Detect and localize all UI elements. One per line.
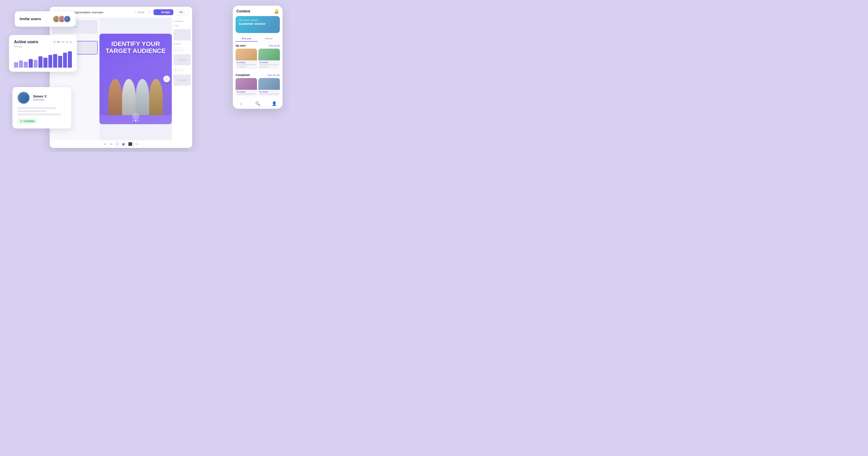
star-icon[interactable]: ☆ [135,142,138,146]
next-slide-button[interactable]: › [163,76,170,82]
profile-top: Simon Y. Overview [18,92,66,104]
filter-1d[interactable]: 1d [53,41,56,43]
bar-chart [14,50,72,68]
slide-dots [132,120,139,121]
completed-grid: ▶ COURSE ▶ COURSE [233,78,283,98]
mobile-view-icon[interactable]: ☐ [116,142,119,146]
completed-name-1 [237,93,256,94]
right-panel: Scrolling m... TITLE Content ∧ ∨ CONTENT… [172,18,192,140]
dot-2 [135,120,136,121]
tab-for-you[interactable]: For you [236,36,258,41]
average-label: Average [14,45,72,48]
bar-12 [68,51,72,68]
slide-people [99,65,172,115]
content-block-2[interactable]: CONTENT [174,75,191,86]
content-up-1[interactable]: ∧ [174,47,178,52]
course-card-1[interactable]: ▶ COURSE 12 Lessons [236,49,257,69]
bar-1 [14,62,18,68]
course-thumb-1 [236,49,257,60]
content-up-2[interactable]: ∧ [174,68,178,72]
bar-2 [19,60,23,68]
tablet-view-icon[interactable]: ▣ [122,142,125,146]
completed-card-2[interactable]: ▶ COURSE [258,78,280,96]
certified-badge: ✔ Certified [18,118,37,124]
filter-5y[interactable]: 5y [69,41,72,43]
featured-label: FEATURED COURSE [239,19,277,21]
course-info-1: ▶ COURSE 12 Lessons [236,60,257,69]
bell-icon[interactable]: 🔔 [274,9,279,14]
more-button[interactable]: ⋮ [147,10,151,15]
nav-home[interactable]: ⌂ [233,101,249,106]
completed-type-1: ▶ COURSE [237,91,256,93]
mobile-header: Content 🔔 [233,6,283,16]
profile-lines [18,107,66,115]
completed-type-2: ▶ COURSE [260,91,278,93]
mobile-nav: ⌂ 🔍 👤 [233,98,283,109]
scroll-down-button[interactable]: ⌄ [132,113,139,120]
bar-5 [34,60,38,68]
avatar-3 [64,16,71,23]
title-label: TITLE [174,25,191,27]
certified-icon: ✔ [20,120,22,123]
view-all-up-next[interactable]: View all (8) [269,45,280,47]
course-info-2: ▶ COURSE 8 Lessons [258,60,280,69]
invite-title: Invite users [20,17,41,21]
course-card-2[interactable]: ▶ COURSE 8 Lessons [258,49,280,69]
content-down-1[interactable]: ∨ [179,47,183,52]
person-1 [108,79,122,115]
title-block[interactable] [174,29,191,40]
nav-profile[interactable]: 👤 [266,101,283,106]
filter-1m[interactable]: 1m [61,41,64,43]
course-type-1: ▶ COURSE [237,61,256,63]
course-name-2 [260,64,278,65]
bar-9 [53,54,57,68]
undo-icon[interactable]: ↩ [103,142,106,146]
up-next-grid: ▶ COURSE 12 Lessons ▶ COURSE 8 Lessons [233,49,283,71]
desktop-view-icon[interactable]: ⬛ [128,142,132,146]
bar-10 [58,56,62,68]
dot-1 [132,120,134,121]
people-row [108,79,163,115]
active-users-title: Active users [14,39,38,44]
profile-info: Simon Y. Overview [33,94,47,101]
content-block-1[interactable]: CONTENT [174,54,191,65]
completed-info-1: ▶ COURSE [236,90,257,96]
mobile-title: Content [237,9,250,13]
redo-icon[interactable]: ↪ [110,142,113,146]
course-lessons-1: 12 Lessons [237,66,256,68]
completed-label: Completed [236,74,250,77]
completed-info-2: ▶ COURSE [258,90,280,96]
slide-headline: IDENTIFY YOUR TARGET AUDIENCE [101,40,170,55]
tab-library[interactable]: Library [258,36,280,41]
certified-label: Certified [24,120,35,123]
course-lessons-2: 8 Lessons [260,66,278,68]
filter-1y[interactable]: 1y [66,41,68,43]
course-thumb-2 [258,49,280,60]
featured-banner: FEATURED COURSE Customer service [236,16,280,33]
active-users-header: Active users 1d 1w 1m 1y 5y [14,39,72,44]
content-down-2[interactable]: ∨ [179,68,183,72]
view-all-completed[interactable]: View all (10) [268,74,280,77]
bar-7 [43,58,48,68]
dot-3 [137,120,139,121]
bar-4 [29,59,33,68]
completed-header: Completed View all (10) [233,71,283,78]
editor-toolbar: ↩ ↪ ☐ ▣ ⬛ ☆ [50,140,192,148]
bar-3 [24,62,28,68]
up-next-header: Up next View all (8) [233,42,283,49]
completed-card-1[interactable]: ▶ COURSE [236,78,257,96]
mobile-panel: Content 🔔 FEATURED COURSE Customer servi… [233,6,283,109]
tabs-row: For you Library [236,36,280,42]
course-name-1 [237,64,256,65]
bar-6 [38,56,42,68]
review-button[interactable]: Re... [176,9,188,16]
filter-1w[interactable]: 1w [57,41,60,43]
assign-button[interactable]: 👤 Assign [153,9,174,15]
nav-search[interactable]: 🔍 [249,101,266,106]
content-arrows-2: ∧ ∨ [174,68,191,72]
time-filters: 1d 1w 1m 1y 5y [53,41,72,43]
canvas-area: ‹ IDENTIFY YOUR TARGET AUDIENCE [99,18,172,140]
slide-canvas: IDENTIFY YOUR TARGET AUDIENCE [99,34,172,124]
person-icon: 👤 [157,11,160,14]
person-3 [135,79,149,115]
